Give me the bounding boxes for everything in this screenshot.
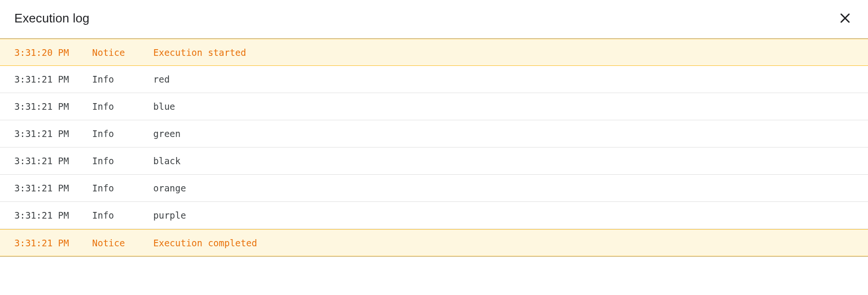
log-time: 3:31:20 PM [14, 47, 92, 58]
log-level: Notice [92, 47, 153, 58]
log-message: purple [153, 210, 854, 221]
log-level: Info [92, 74, 153, 84]
log-time: 3:31:21 PM [14, 238, 92, 248]
log-row[interactable]: 3:31:21 PM Info blue [0, 93, 868, 120]
log-message: red [153, 74, 854, 84]
log-level: Info [92, 156, 153, 166]
panel-title: Execution log [14, 11, 89, 26]
execution-log-table: 3:31:20 PM Notice Execution started 3:31… [0, 38, 868, 257]
close-icon [838, 11, 852, 25]
log-time: 3:31:21 PM [14, 156, 92, 166]
log-message: Execution started [153, 47, 854, 58]
log-time: 3:31:21 PM [14, 74, 92, 84]
log-level: Info [92, 210, 153, 221]
log-row[interactable]: 3:31:21 PM Info green [0, 120, 868, 148]
log-level: Info [92, 183, 153, 193]
log-level: Info [92, 128, 153, 139]
log-message: blue [153, 101, 854, 112]
log-row[interactable]: 3:31:21 PM Notice Execution completed [0, 229, 868, 256]
log-row[interactable]: 3:31:21 PM Info orange [0, 175, 868, 202]
log-row[interactable]: 3:31:21 PM Info red [0, 66, 868, 93]
log-row[interactable]: 3:31:21 PM Info black [0, 148, 868, 175]
log-message: orange [153, 183, 854, 193]
log-level: Notice [92, 238, 153, 248]
log-time: 3:31:21 PM [14, 128, 92, 139]
close-button[interactable] [836, 10, 854, 27]
log-message: Execution completed [153, 238, 854, 248]
log-time: 3:31:21 PM [14, 210, 92, 221]
panel-header: Execution log [0, 0, 868, 38]
log-level: Info [92, 101, 153, 112]
log-time: 3:31:21 PM [14, 101, 92, 112]
log-row[interactable]: 3:31:20 PM Notice Execution started [0, 39, 868, 66]
log-message: black [153, 156, 854, 166]
log-message: green [153, 128, 854, 139]
log-time: 3:31:21 PM [14, 183, 92, 193]
log-row[interactable]: 3:31:21 PM Info purple [0, 202, 868, 229]
